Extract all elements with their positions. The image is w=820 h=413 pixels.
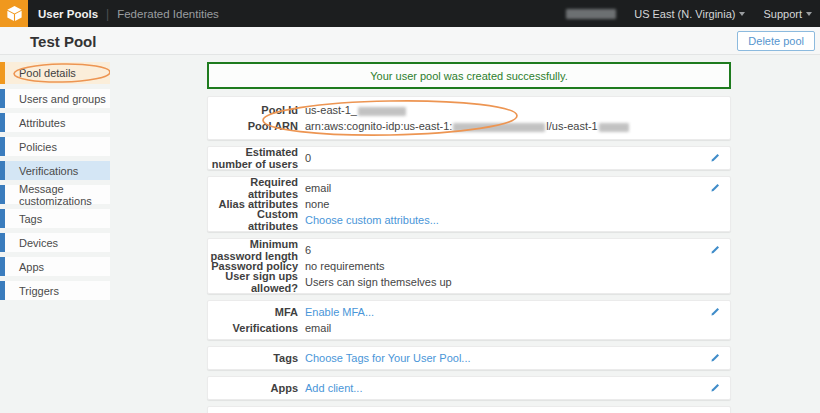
cards-container: Pool Idus-east-1_Pool ARNarn:aws:cognito… [207,96,731,413]
row-label: Tags [208,352,298,364]
card-pool-info: Pool Idus-east-1_Pool ARNarn:aws:cognito… [207,96,731,140]
row-value: email [305,322,331,334]
support-menu[interactable]: Support [763,8,812,20]
sidebar-item-label: Devices [5,233,110,252]
edit-pencil-icon[interactable] [709,181,722,194]
success-message: Your user pool was created successfully. [370,70,568,82]
cube-icon [5,4,24,23]
row-value-link[interactable]: Enable MFA... [305,306,374,318]
nav-federated-identities[interactable]: Federated Identities [117,8,219,20]
redacted-text [358,107,406,116]
sidebar-item-pool-details[interactable]: Pool details [0,62,110,84]
detail-row: User sign ups allowed?Users can sign the… [208,274,730,290]
row-label: MFA [208,306,298,318]
row-label: Required attributes [208,176,298,200]
nav-separator: | [106,7,109,21]
detail-row: TagsChoose Tags for Your User Pool... [208,350,730,366]
row-label: Pool Id [208,104,298,116]
row-value: no requirements [305,260,385,272]
page-title: Test Pool [30,33,96,50]
account-name-redacted[interactable] [566,9,616,19]
detail-row: AppsAdd client... [208,380,730,396]
sidebar-item-users-and-groups[interactable]: Users and groups [0,89,110,108]
support-label: Support [763,8,802,20]
row-label: User sign ups allowed? [208,270,298,294]
redacted-text [599,123,629,132]
sidebar-item-devices[interactable]: Devices [0,233,110,252]
row-value-link[interactable]: Add client... [305,382,362,394]
cognito-logo[interactable] [0,0,28,27]
row-value: 6 [305,244,311,256]
row-label: Minimum password length [208,238,298,262]
sidebar-item-label: Verifications [5,161,110,180]
nav-user-pools[interactable]: User Pools [38,8,98,20]
detail-row: MFAEnable MFA... [208,304,730,320]
sidebar-item-label: Users and groups [5,89,110,108]
detail-row: Required attributesemail [208,180,730,196]
top-navbar: User Pools | Federated Identities US Eas… [0,0,820,27]
main-content: Your user pool was created successfully.… [207,62,731,413]
sidebar-item-label: Policies [5,137,110,156]
sidebar-item-label: Attributes [5,113,110,132]
row-label: Estimated number of users [208,146,298,170]
detail-row: Pool ARNarn:aws:cognito-idp:us-east-1:l/… [208,118,730,134]
caret-down-icon [739,12,745,16]
card-estimated-users: Estimated number of users0 [207,146,731,170]
sidebar-item-verifications[interactable]: Verifications [0,161,110,180]
detail-row: Estimated number of users0 [208,150,730,166]
sidebar-item-policies[interactable]: Policies [0,137,110,156]
sidebar-item-label: Triggers [5,281,110,300]
card-tags: TagsChoose Tags for Your User Pool... [207,346,731,370]
caret-down-icon [806,12,812,16]
row-value: Users can sign themselves up [305,276,452,288]
sidebar-item-label: Pool details [5,62,110,84]
edit-pencil-icon[interactable] [709,243,722,256]
edit-pencil-icon[interactable] [709,305,722,318]
sidebar-item-tags[interactable]: Tags [0,209,110,228]
row-label: Apps [208,382,298,394]
row-value-link[interactable]: Choose Tags for Your User Pool... [305,352,471,364]
region-selector[interactable]: US East (N. Virginia) [634,8,745,20]
edit-pencil-icon[interactable] [709,351,722,364]
row-value: arn:aws:cognito-idp:us-east-1:l/us-east-… [305,120,630,132]
success-banner: Your user pool was created successfully. [207,62,731,89]
row-value: us-east-1_ [305,104,407,116]
sidebar-item-message-customizations[interactable]: Message customizations [0,185,110,204]
region-label: US East (N. Virginia) [634,8,735,20]
page-header: Test Pool Delete pool [0,27,820,55]
row-value: none [305,198,329,210]
detail-row: Custom attributesChoose custom attribute… [208,212,730,228]
row-value: email [305,182,331,194]
sidebar-nav: Pool detailsUsers and groupsAttributesPo… [0,62,110,305]
delete-pool-button[interactable]: Delete pool [737,31,815,51]
redacted-text [453,123,545,132]
sidebar-item-label: Apps [5,257,110,276]
row-value-link[interactable]: Choose custom attributes... [305,214,439,226]
sidebar-item-triggers[interactable]: Triggers [0,281,110,300]
detail-row: Minimum password length6 [208,242,730,258]
detail-row: Pool Idus-east-1_ [208,102,730,118]
card-mfa-verifications: MFAEnable MFA...Verificationsemail [207,300,731,340]
row-label: Pool ARN [208,120,298,132]
sidebar-item-apps[interactable]: Apps [0,257,110,276]
row-value: 0 [305,152,311,164]
row-label: Verifications [208,322,298,334]
card-attributes: Required attributesemailAlias attributes… [207,176,731,232]
detail-row: Verificationsemail [208,320,730,336]
edit-pencil-icon[interactable] [709,151,722,164]
sidebar-item-attributes[interactable]: Attributes [0,113,110,132]
card-apps: AppsAdd client... [207,376,731,400]
card-password-policy: Minimum password length6Password policyn… [207,238,731,294]
card-triggers: TriggersAdd triggers... [207,406,731,413]
edit-pencil-icon[interactable] [709,381,722,394]
sidebar-item-label: Tags [5,209,110,228]
row-label: Custom attributes [208,208,298,232]
sidebar-item-label: Message customizations [5,185,110,204]
